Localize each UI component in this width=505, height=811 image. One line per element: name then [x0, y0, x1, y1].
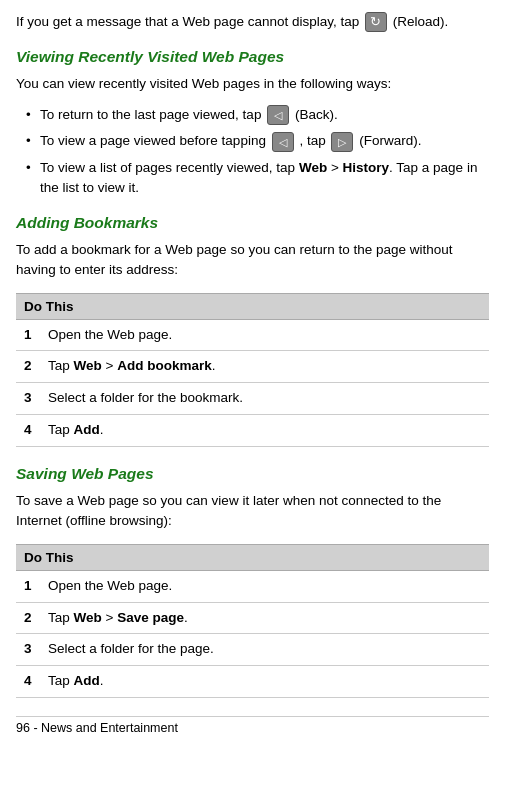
- reload-icon: [365, 12, 387, 32]
- table-row: 4 Tap Add.: [16, 666, 489, 698]
- page-number: 96: [16, 721, 30, 735]
- section-recently-visited-title: Viewing Recently Visited Web Pages: [16, 48, 489, 66]
- intro-text-after: (Reload).: [393, 14, 449, 29]
- bullet-item-history: To view a list of pages recently viewed,…: [26, 158, 489, 199]
- bullet-history-bold2: History: [343, 160, 390, 175]
- footer-text: - News and Entertainment: [30, 721, 178, 735]
- bullet-history-bold1: Web: [299, 160, 327, 175]
- table-row: 3 Select a folder for the bookmark.: [16, 383, 489, 415]
- bullet-history-text-before: To view a list of pages recently viewed,…: [40, 160, 299, 175]
- bullet-back-text-after: (Back).: [295, 107, 338, 122]
- intro-paragraph: If you get a message that a Web page can…: [16, 12, 489, 32]
- step-number: 2: [16, 351, 40, 383]
- step-number: 1: [16, 319, 40, 351]
- step-bold1: Web: [74, 358, 102, 373]
- bullet-back-text-before: To return to the last page viewed, tap: [40, 107, 265, 122]
- bullet-forward-text-mid: , tap: [299, 133, 329, 148]
- step-bold2: Save page: [117, 610, 184, 625]
- section-saving-title: Saving Web Pages: [16, 465, 489, 483]
- table-row: 4 Tap Add.: [16, 415, 489, 447]
- bookmarks-table-header: Do This: [16, 293, 489, 319]
- bullet-forward-text-before: To view a page viewed before tapping: [40, 133, 270, 148]
- table-row: 1 Open the Web page.: [16, 319, 489, 351]
- step-number: 3: [16, 634, 40, 666]
- section-bookmarks: Adding Bookmarks To add a bookmark for a…: [16, 214, 489, 447]
- step-number: 4: [16, 666, 40, 698]
- saving-table: Do This 1 Open the Web page. 2 Tap Web >…: [16, 544, 489, 699]
- bullet-list-recently-visited: To return to the last page viewed, tap (…: [26, 105, 489, 198]
- bookmarks-table-header-row: Do This: [16, 293, 489, 319]
- step-number: 1: [16, 570, 40, 602]
- step-number: 2: [16, 602, 40, 634]
- step-content: Tap Web > Add bookmark.: [40, 351, 489, 383]
- step-content: Open the Web page.: [40, 570, 489, 602]
- table-row: 3 Select a folder for the page.: [16, 634, 489, 666]
- step-bold1: Web: [74, 610, 102, 625]
- intro-text-before: If you get a message that a Web page can…: [16, 14, 363, 29]
- table-row: 1 Open the Web page.: [16, 570, 489, 602]
- back-icon-2: [272, 132, 294, 152]
- bullet-history-sep: >: [327, 160, 342, 175]
- bullet-item-forward: To view a page viewed before tapping , t…: [26, 131, 489, 151]
- bullet-item-back: To return to the last page viewed, tap (…: [26, 105, 489, 125]
- section-saving-intro: To save a Web page so you can view it la…: [16, 491, 489, 532]
- bookmarks-table: Do This 1 Open the Web page. 2 Tap Web >…: [16, 293, 489, 448]
- table-row: 2 Tap Web > Add bookmark.: [16, 351, 489, 383]
- step-content: Tap Add.: [40, 415, 489, 447]
- step-bold2: Add bookmark: [117, 358, 212, 373]
- back-icon: [267, 105, 289, 125]
- section-bookmarks-title: Adding Bookmarks: [16, 214, 489, 232]
- step-number: 3: [16, 383, 40, 415]
- bullet-forward-text-after: (Forward).: [359, 133, 421, 148]
- step-content: Select a folder for the page.: [40, 634, 489, 666]
- forward-icon: [331, 132, 353, 152]
- saving-table-header-row: Do This: [16, 544, 489, 570]
- section-recently-visited-intro: You can view recently visited Web pages …: [16, 74, 489, 94]
- step-number: 4: [16, 415, 40, 447]
- page-footer: 96 - News and Entertainment: [16, 716, 489, 735]
- step-content: Tap Add.: [40, 666, 489, 698]
- step-content: Tap Web > Save page.: [40, 602, 489, 634]
- step-bold-add: Add: [74, 422, 100, 437]
- section-saving: Saving Web Pages To save a Web page so y…: [16, 465, 489, 698]
- saving-table-header: Do This: [16, 544, 489, 570]
- step-content: Select a folder for the bookmark.: [40, 383, 489, 415]
- table-row: 2 Tap Web > Save page.: [16, 602, 489, 634]
- step-content: Open the Web page.: [40, 319, 489, 351]
- section-bookmarks-intro: To add a bookmark for a Web page so you …: [16, 240, 489, 281]
- step-bold-add: Add: [74, 673, 100, 688]
- section-recently-visited: Viewing Recently Visited Web Pages You c…: [16, 48, 489, 198]
